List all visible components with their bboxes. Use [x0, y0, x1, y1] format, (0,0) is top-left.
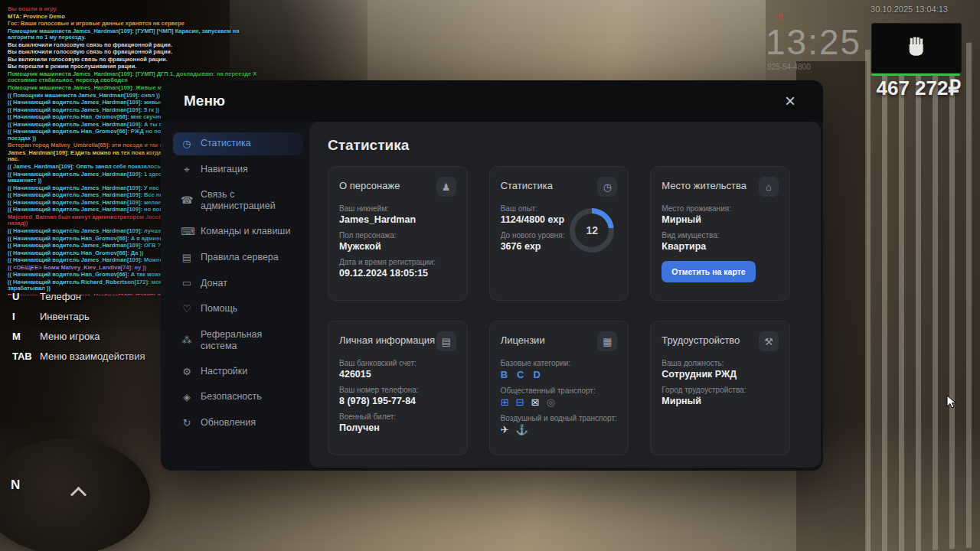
- metro-icon: ◎: [546, 396, 554, 408]
- field-label: Город трудоустройства:: [662, 386, 779, 394]
- chat-line: MTA: Province Demo: [8, 14, 266, 21]
- license-category-d: D: [533, 369, 540, 380]
- keybind-player-menu: M Меню игрока: [12, 331, 145, 342]
- gender-value: Мужской: [339, 241, 456, 252]
- game-screen: Вы вошли в игру.MTA: Province DemoГос: В…: [0, 0, 980, 551]
- keybind-interaction-label: Меню взаимодействия: [40, 350, 145, 362]
- navigation-icon: ⌖: [181, 164, 193, 176]
- keybind-phone-label: Телефон: [40, 291, 81, 302]
- sidebar-item-commands-keys[interactable]: ⌨ Команды и клавиши: [173, 220, 303, 243]
- license-icon: ▦: [597, 331, 617, 351]
- field-label: Общественный транспорт:: [501, 386, 618, 395]
- card-title: Лицензии: [501, 331, 545, 346]
- chat-line: Вы выключили голосовую связь по фракцион…: [8, 49, 266, 56]
- license-category-b: B: [501, 369, 508, 380]
- registration-date-value: 09.12.2024 18:05:15: [339, 268, 456, 279]
- level-progress-ring: 12: [570, 208, 614, 253]
- sidebar-item-server-rules[interactable]: ▤ Правила сервера: [173, 246, 303, 269]
- close-icon[interactable]: ×: [780, 91, 800, 111]
- field-label: Дата и время регистрации:: [339, 258, 456, 266]
- keybind-inventory-label: Инвентарь: [40, 311, 90, 322]
- military-ticket-value: Получен: [339, 422, 456, 433]
- clock-icon: ◷: [597, 177, 617, 197]
- hud-clock-subtext: 925-54-4800: [767, 63, 811, 71]
- boat-icon: ⚓: [516, 424, 528, 435]
- keybind-phone: U Телефон: [12, 291, 145, 302]
- card-title: Место жительства: [662, 177, 746, 191]
- chat-line: Помощник машиниста James_Hardman[109]: […: [8, 28, 266, 41]
- stats-card-grid: О персонаже ♟ Ваш никнейм: James_Hardman…: [328, 166, 790, 455]
- card-licenses: Лицензии ▦ Базовые категории: B C D Обще…: [489, 321, 629, 455]
- sidebar-item-updates[interactable]: ↻ Обновления: [173, 412, 303, 435]
- field-label: Пол персонажа:: [339, 231, 456, 240]
- chat-line: Вы включили голосовую связь по фракционн…: [8, 57, 266, 64]
- field-label: Ваш банковский счет:: [339, 359, 456, 367]
- headset-icon: ☎: [181, 194, 193, 207]
- sidebar-item-label: Правила сервера: [201, 252, 279, 263]
- hud-green-progress-bar: [871, 73, 960, 76]
- person-icon: ♟: [436, 177, 456, 197]
- shield-icon: ◈: [181, 391, 193, 403]
- sidebar-item-label: Донат: [201, 278, 227, 289]
- sidebar-item-settings[interactable]: ⚙ Настройки: [173, 360, 303, 383]
- sidebar-item-help[interactable]: ♡ Помощь: [173, 298, 303, 321]
- keybind-hints: U Телефон I Инвентарь M Меню игрока TAB …: [12, 291, 145, 370]
- referral-icon: ⁂: [181, 334, 193, 347]
- job-icon: ⚒: [759, 331, 779, 351]
- sidebar-item-label: Статистика: [201, 138, 251, 149]
- field-label: Военный билет:: [339, 412, 456, 421]
- hud-datetime: 30.10.2025 13:04:13: [871, 5, 948, 14]
- sidebar-item-label: Навигация: [201, 164, 248, 175]
- help-heart-icon: ♡: [181, 303, 193, 315]
- sidebar-item-referral-system[interactable]: ⁂ Реферальная система: [173, 324, 303, 357]
- field-label: Ваш никнейм:: [339, 204, 456, 213]
- rules-document-icon: ▤: [181, 252, 193, 264]
- chat-line: Гос: Ваши голосовые и игровые данные хра…: [8, 21, 266, 28]
- field-label: Место проживания:: [662, 204, 779, 213]
- sidebar-item-statistics[interactable]: ◷ Статистика: [173, 132, 303, 155]
- menu-header: Меню ×: [161, 80, 823, 122]
- plane-icon: ✈: [501, 424, 509, 435]
- keybind-interaction: TAB Меню взаимодействия: [12, 350, 145, 362]
- chat-line: Вы перешли в режим прослушивания рации.: [8, 64, 266, 70]
- key-i: I: [12, 311, 40, 322]
- sidebar-item-donate[interactable]: ▭ Донат: [173, 272, 303, 295]
- field-label: Базовые категории:: [501, 359, 618, 367]
- key-tab: TAB: [12, 350, 40, 362]
- main-menu-panel: Меню × ◷ Статистика ⌖ Навигация ☎ Связь …: [161, 80, 823, 471]
- card-title: Трудоустройство: [662, 331, 740, 346]
- mark-on-map-button[interactable]: Отметить на карте: [662, 261, 755, 282]
- mouse-cursor: [946, 395, 959, 413]
- key-u: U: [12, 291, 40, 302]
- sidebar-item-label: Настройки: [201, 366, 247, 377]
- card-about-character: О персонаже ♟ Ваш никнейм: James_Hardman…: [328, 166, 468, 301]
- key-m: M: [12, 331, 40, 342]
- card-title: О персонаже: [339, 177, 400, 191]
- residence-city-value: Мирный: [662, 214, 779, 225]
- sidebar-item-admin-contact[interactable]: ☎ Связь с администрацией: [173, 184, 303, 217]
- trolleybus-icon: ⊟: [516, 396, 524, 408]
- card-title: Статистика: [501, 177, 553, 191]
- level-number: 12: [575, 214, 609, 247]
- bg-window-blinds: [865, 42, 980, 551]
- page-title: Статистика: [328, 137, 790, 154]
- field-label: Ваша должность:: [662, 359, 779, 367]
- sidebar-item-navigation[interactable]: ⌖ Навигация: [173, 158, 303, 181]
- chat-line: Вы выключили голосовую связь по фракцион…: [8, 42, 266, 49]
- bank-account-value: 426015: [339, 369, 456, 380]
- sidebar-item-security[interactable]: ◈ Безопасность: [173, 386, 303, 409]
- chart-icon: ◷: [181, 138, 193, 150]
- keybind-player-menu-label: Меню игрока: [40, 331, 100, 342]
- card-statistics: Статистика ◷ Ваш опыт: 1124/4800 exp До …: [489, 166, 629, 301]
- fist-icon: [903, 33, 930, 64]
- keyboard-icon: ⌨: [181, 226, 193, 238]
- sidebar-item-label: Обновления: [201, 417, 256, 429]
- tram-icon: ⊠: [531, 396, 539, 408]
- money-counter: 467 272₽: [876, 77, 961, 100]
- card-personal-info: Личная информация ▤ Ваш банковский счет:…: [328, 321, 468, 455]
- sidebar-item-label: Команды и клавиши: [201, 226, 290, 237]
- job-title-value: Сотрудник РЖД: [662, 369, 779, 380]
- gear-icon: ⚙: [181, 366, 193, 378]
- job-city-value: Мирный: [662, 396, 779, 406]
- updates-icon: ↻: [181, 417, 193, 429]
